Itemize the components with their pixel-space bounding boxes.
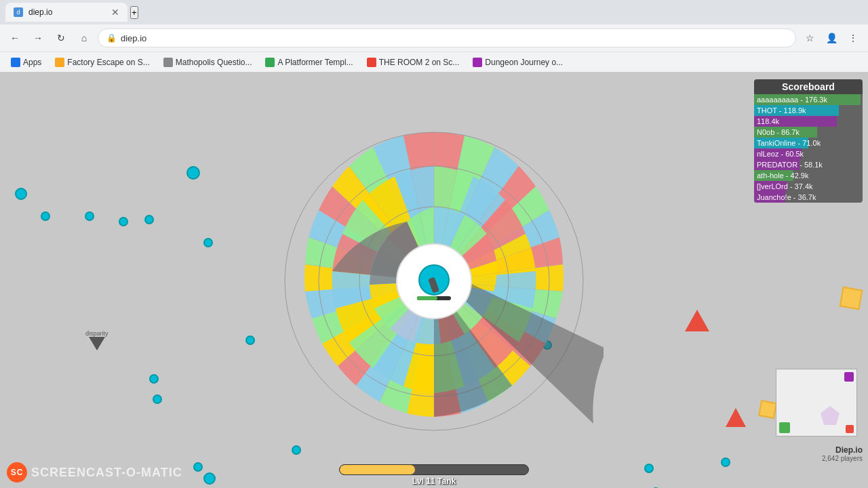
score-text-2: THOT - 118.9k — [754, 106, 863, 115]
browser-chrome: d diep.io ✕ + ← → ↻ ⌂ 🔒 diep.io ☆ 👤 ⋮ Ap… — [0, 0, 868, 73]
game-circle — [721, 458, 730, 467]
game-triangle — [685, 310, 709, 331]
game-circle — [119, 217, 128, 226]
score-text-1: aaaaaaaaaa - 176.3k — [754, 96, 863, 104]
skill-wheel-svg — [264, 112, 604, 451]
game-circle — [203, 238, 213, 247]
reload-button[interactable]: ↻ — [52, 28, 71, 47]
game-circle — [203, 472, 216, 485]
bookmark-platformer[interactable]: A Platformer Templ... — [260, 56, 358, 68]
bookmarks-bar: Apps Factory Escape on S... Mathopolis Q… — [0, 52, 868, 72]
disparity-container: disparity — [85, 330, 108, 350]
bookmark-star-button[interactable]: ☆ — [800, 28, 819, 47]
screencast-logo: SC — [7, 462, 27, 483]
minimap-marker-red — [846, 425, 854, 433]
score-row-5: TankiOnline - 71.0k — [754, 138, 863, 148]
score-row-10: Juancho!e - 36.7k — [754, 192, 863, 203]
menu-button[interactable]: ⋮ — [844, 28, 863, 47]
game-circle — [193, 462, 203, 472]
bookmark-platformer-label: A Platformer Templ... — [277, 58, 353, 67]
score-text-4: N0ob - 86.7k — [754, 128, 863, 136]
skill-wheel — [264, 112, 604, 451]
game-triangle — [726, 408, 746, 427]
tab-title: diep.io — [28, 7, 52, 17]
game-circle — [186, 166, 200, 180]
score-text-3: 118.4k — [754, 117, 863, 125]
score-row-9: []verLOrd - 37.4k — [754, 181, 863, 192]
minimap-marker-purple — [844, 372, 854, 382]
minimap-marker-green — [779, 422, 790, 433]
disparity-arrow-icon — [89, 337, 105, 350]
home-button[interactable]: ⌂ — [75, 28, 94, 47]
tab-bar: d diep.io ✕ + — [0, 0, 868, 24]
url-text: diep.io — [121, 33, 146, 43]
scoreboard: Scoreboard aaaaaaaaaa - 176.3k THOT - 11… — [754, 79, 863, 203]
back-button[interactable]: ← — [5, 28, 24, 47]
score-text-9: []verLOrd - 37.4k — [754, 182, 863, 190]
player-count-label: 2,642 players — [822, 455, 863, 462]
bookmark-theroom-label: THE ROOM 2 on Sc... — [379, 58, 460, 67]
game-square — [758, 400, 777, 419]
score-row-4: N0ob - 86.7k — [754, 127, 863, 138]
bookmark-dungeon-icon — [473, 58, 482, 67]
score-row-1: aaaaaaaaaa - 176.3k — [754, 94, 863, 105]
watermark: SC SCREENCAST-O-MATIC — [7, 462, 182, 483]
disparity-label: disparity — [85, 330, 108, 337]
bookmark-platformer-icon — [265, 58, 275, 67]
bookmark-apps-label: Apps — [23, 58, 41, 67]
game-circle — [644, 464, 654, 473]
apps-icon — [11, 58, 20, 67]
xp-bar — [339, 464, 529, 475]
bookmark-mathopolis[interactable]: Mathopolis Questio... — [158, 56, 258, 68]
xp-label: Lvl 11 Tank — [412, 476, 456, 486]
tab-close-button[interactable]: ✕ — [111, 7, 119, 18]
game-circle — [41, 211, 50, 221]
minimap — [776, 369, 857, 436]
score-row-6: nlLeoz - 60.5k — [754, 148, 863, 159]
game-circle — [149, 374, 159, 384]
bookmark-theroom[interactable]: THE ROOM 2 on Sc... — [361, 56, 465, 68]
score-text-10: Juancho!e - 36.7k — [754, 193, 863, 201]
game-title-label: Diep.io — [822, 445, 863, 455]
scoreboard-title: Scoreboard — [754, 79, 863, 94]
watermark-brand: SCREENCAST-O-MATIC — [31, 466, 182, 480]
minimap-container: Diep.io 2,642 players — [822, 445, 863, 464]
bookmark-factory-label: Factory Escape on S... — [67, 58, 149, 67]
nav-actions: ☆ 👤 ⋮ — [800, 28, 863, 47]
bookmark-theroom-icon — [367, 58, 376, 67]
score-text-8: ath-hole - 42.9k — [754, 171, 863, 180]
score-text-7: PREDATOR - 58.1k — [754, 161, 863, 169]
svg-rect-27 — [417, 296, 437, 300]
game-circle — [245, 336, 255, 345]
game-circle — [153, 394, 162, 404]
score-text-6: nlLeoz - 60.5k — [754, 150, 863, 158]
bookmark-apps[interactable]: Apps — [5, 56, 47, 68]
bookmark-mathopolis-icon — [163, 58, 173, 67]
active-tab[interactable]: d diep.io ✕ — [5, 3, 127, 22]
bookmark-factory[interactable]: Factory Escape on S... — [50, 56, 155, 68]
new-tab-button[interactable]: + — [130, 6, 138, 19]
score-row-2: THOT - 118.9k — [754, 105, 863, 116]
user-profile-button[interactable]: 👤 — [822, 28, 841, 47]
bookmark-factory-icon — [55, 58, 64, 67]
game-circle — [144, 215, 154, 224]
score-row-3: 118.4k — [754, 116, 863, 127]
xp-bar-container: Lvl 11 Tank — [339, 464, 529, 486]
score-row-8: ath-hole - 42.9k — [754, 170, 863, 181]
bookmark-dungeon[interactable]: Dungeon Journey o... — [467, 56, 568, 68]
bookmark-mathopolis-label: Mathopolis Questio... — [176, 58, 252, 67]
address-bar[interactable]: 🔒 diep.io — [98, 28, 796, 47]
score-text-5: TankiOnline - 71.0k — [754, 139, 863, 147]
xp-fill — [340, 465, 415, 474]
score-row-7: PREDATOR - 58.1k — [754, 159, 863, 170]
forward-button[interactable]: → — [28, 28, 47, 47]
lock-icon: 🔒 — [106, 33, 117, 43]
bookmark-dungeon-label: Dungeon Journey o... — [485, 58, 563, 67]
nav-bar: ← → ↻ ⌂ 🔒 diep.io ☆ 👤 ⋮ — [0, 24, 868, 52]
game-circle — [85, 211, 94, 221]
game-square — [840, 287, 863, 310]
tab-favicon: d — [14, 7, 23, 17]
game-circle — [15, 188, 27, 200]
game-area[interactable]: Scoreboard aaaaaaaaaa - 176.3k THOT - 11… — [0, 73, 868, 488]
